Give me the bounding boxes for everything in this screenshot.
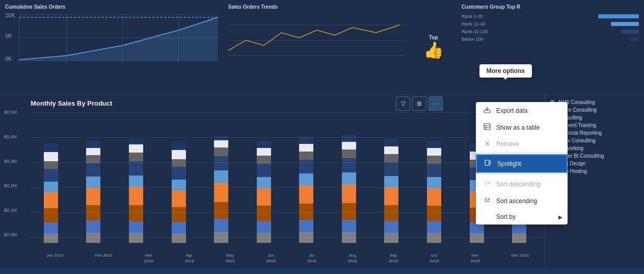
customers-group-panel: Customers Group Top R Rank 1-10 Rank 11-… bbox=[457, 0, 644, 94]
y-label: $0.5M bbox=[4, 110, 17, 115]
x-label-may: May2019 bbox=[226, 253, 235, 264]
menu-item-remove[interactable]: ✕ Remove bbox=[476, 136, 568, 152]
filter-button[interactable]: ▽ bbox=[396, 96, 410, 111]
menu-label-show-table: Show as a table bbox=[496, 124, 540, 131]
bar-group-jul bbox=[286, 110, 327, 243]
focus-button[interactable]: ⊞ bbox=[412, 96, 426, 111]
menu-item-sort-asc[interactable]: Sort ascending bbox=[476, 192, 568, 209]
rank-row-2: Rank 11-40 bbox=[462, 21, 639, 27]
sort-asc-icon bbox=[483, 196, 491, 205]
bar-group-mar bbox=[116, 110, 156, 243]
menu-label-sort-asc: Sort ascending bbox=[496, 197, 537, 205]
bar-group-oct bbox=[414, 110, 454, 243]
menu-item-sort-desc[interactable]: Sort descending bbox=[476, 176, 568, 192]
x-label-jan: Jan 2019 bbox=[46, 253, 63, 264]
sales-trends-chart: Sales Orders Trends bbox=[223, 0, 411, 94]
thumbs-up-icon: 👍 bbox=[423, 40, 444, 60]
menu-item-export[interactable]: Export data bbox=[476, 102, 568, 119]
menu-label-remove: Remove bbox=[496, 140, 519, 147]
menu-item-spotlight[interactable]: Spotlight bbox=[476, 154, 568, 173]
chart-toolbar: ▽ ⊞ ··· bbox=[396, 96, 443, 111]
rank-label: Below 100 bbox=[462, 37, 483, 42]
y-label: $0.3M bbox=[4, 159, 17, 164]
bar-segment-aws bbox=[44, 234, 58, 243]
svg-text:10K: 10K bbox=[5, 12, 15, 18]
top-charts-area: Cumulative Sales Orders 10K 5K 0K Jan 20… bbox=[0, 0, 644, 94]
remove-icon: ✕ bbox=[483, 140, 491, 147]
stacked-bar bbox=[299, 137, 313, 243]
rank-label: Rank 41-100 bbox=[462, 29, 488, 34]
svg-text:5K: 5K bbox=[5, 33, 12, 38]
menu-item-show-table[interactable]: Show as a table bbox=[476, 119, 568, 136]
dropdown-menu: Export data Show as a table ✕ Remove Spo… bbox=[476, 102, 568, 225]
x-axis-labels: Jan 2019 Feb 2019 Mar2019 Apr2019 May201… bbox=[31, 253, 545, 264]
bar-chart-area: // We'll generate bars inline using JS a… bbox=[31, 110, 540, 243]
bar-group-feb bbox=[73, 110, 114, 243]
bar-segment-linux bbox=[44, 169, 58, 182]
bar-group-aug bbox=[329, 110, 369, 243]
rank-bar-1 bbox=[598, 14, 639, 18]
menu-divider bbox=[476, 153, 568, 153]
x-label-feb: Feb 2019 bbox=[95, 253, 112, 264]
y-label: $0.0M bbox=[4, 232, 17, 237]
rank-bar-2 bbox=[611, 22, 639, 26]
bar-segment-financial bbox=[44, 182, 58, 192]
svg-text:0K: 0K bbox=[5, 56, 12, 61]
bar-segment-webdesign bbox=[44, 152, 58, 161]
menu-label-sort-by: Sort by bbox=[496, 213, 516, 220]
bar-group-apr bbox=[158, 110, 199, 243]
y-label: $0.1M bbox=[4, 208, 17, 213]
svg-rect-25 bbox=[485, 160, 489, 165]
rank-row-3: Rank 41-100 bbox=[462, 29, 639, 34]
export-icon bbox=[483, 106, 491, 115]
rank-row-1: Rank 1-10 bbox=[462, 14, 639, 19]
more-options-button[interactable]: ··· bbox=[428, 96, 443, 111]
bar-group-jun bbox=[244, 110, 284, 243]
x-label-aug: Aug2019 bbox=[348, 253, 357, 264]
stacked-bar bbox=[342, 135, 356, 243]
rank-label: Rank 1-10 bbox=[462, 14, 483, 19]
x-label-oct: Oct2019 bbox=[430, 253, 439, 264]
stacked-bar bbox=[86, 141, 100, 243]
y-label: $0.4M bbox=[4, 134, 17, 139]
rank-label: Rank 11-40 bbox=[462, 21, 486, 27]
menu-item-sort-by[interactable]: Sort by ▶ bbox=[476, 209, 568, 225]
table-icon bbox=[483, 123, 491, 132]
rank-bar-4 bbox=[629, 37, 639, 41]
bar-segment-networking bbox=[44, 161, 58, 169]
y-axis-labels: $0.5M $0.4M $0.3M $0.2M $0.1M $0.0M bbox=[4, 110, 17, 237]
x-label-apr: Apr2019 bbox=[185, 253, 194, 264]
menu-label-export: Export data bbox=[496, 107, 527, 114]
x-label-jun: Jun2019 bbox=[266, 253, 276, 264]
bar-group-sep bbox=[371, 110, 412, 243]
rank-row-4: Below 100 bbox=[462, 37, 639, 42]
top-thumbs-area: Top 👍 bbox=[411, 0, 457, 94]
customers-group-title: Customers Group Top R bbox=[462, 4, 639, 10]
main-bar-chart: Monthly Sales By Product ▽ ⊞ ··· $0.5M $… bbox=[0, 94, 545, 268]
cumulative-sales-chart: Cumulative Sales Orders 10K 5K 0K Jan 20… bbox=[0, 0, 223, 94]
bar-segment-consulting bbox=[44, 208, 58, 222]
x-label-jul: Jul2019 bbox=[307, 253, 316, 264]
y-label: $0.2M bbox=[4, 183, 17, 188]
sort-desc-icon bbox=[483, 180, 491, 188]
bar-group-may bbox=[201, 110, 242, 243]
more-options-tooltip: More options bbox=[479, 64, 532, 78]
more-options-label: More options bbox=[487, 67, 525, 74]
menu-divider-2 bbox=[476, 174, 568, 175]
chart-title: Monthly Sales By Product bbox=[31, 99, 540, 107]
stacked-bar bbox=[129, 138, 143, 243]
top-label: Top bbox=[429, 35, 438, 40]
stacked-bar bbox=[257, 141, 271, 243]
stacked-bar bbox=[214, 136, 228, 243]
submenu-arrow: ▶ bbox=[558, 214, 562, 220]
svg-marker-10 bbox=[19, 17, 218, 61]
bar-segment-azure bbox=[44, 222, 58, 234]
cumulative-chart-title: Cumulative Sales Orders bbox=[5, 4, 218, 10]
spotlight-icon bbox=[484, 159, 492, 168]
x-label-dec: Dec 2019 bbox=[512, 253, 529, 264]
stacked-bar bbox=[384, 138, 398, 243]
menu-label-spotlight: Spotlight bbox=[497, 160, 521, 167]
bar-group-jan bbox=[31, 110, 71, 243]
menu-label-sort-desc: Sort descending bbox=[496, 181, 541, 188]
stacked-bar bbox=[427, 141, 441, 243]
